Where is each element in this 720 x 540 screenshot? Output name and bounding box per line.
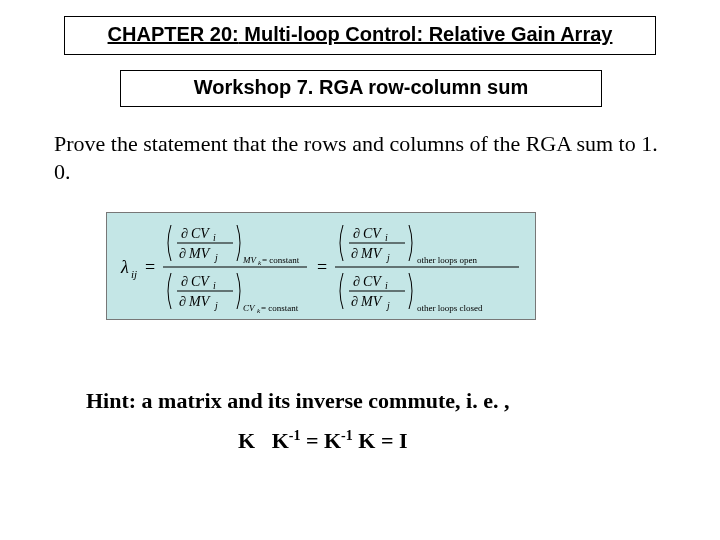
hint-formula: K K-1 = K-1 K = I <box>238 428 408 454</box>
cv3a: CV <box>363 226 382 241</box>
sub-open: other loops open <box>417 255 477 265</box>
i3a: i <box>385 232 388 243</box>
eqn-eq1: = <box>145 257 155 277</box>
eqn-eq2: = <box>317 257 327 277</box>
i1a: i <box>213 232 216 243</box>
hint-text: Hint: a matrix and its inverse commute, … <box>86 388 509 414</box>
equation-box: λ ij = ∂ CV i ∂ MV j MV k = constant ∂ C… <box>106 212 536 320</box>
mv3b: MV <box>360 246 383 261</box>
problem-statement: Prove the statement that the rows and co… <box>54 130 666 185</box>
i2a: i <box>213 280 216 291</box>
sub-closed: other loops closed <box>417 303 483 313</box>
d3b: ∂ <box>351 246 358 261</box>
sub-cveq2a: = constant <box>261 303 299 313</box>
f-eq2: = I <box>381 428 408 453</box>
lparen-bot-right <box>340 273 343 309</box>
eqn-lambda: λ <box>120 257 129 277</box>
lparen-top-right <box>340 225 343 261</box>
rparen-top-left <box>237 225 240 261</box>
sub-cv2a: CV <box>243 303 256 313</box>
j3b: j <box>385 252 390 263</box>
d1a: ∂ <box>181 226 188 241</box>
f-exp2: -1 <box>341 428 353 443</box>
j2b: j <box>213 300 218 311</box>
f-k1: K <box>238 428 255 453</box>
cv1a: CV <box>191 226 210 241</box>
sub-mv1a: MV <box>242 255 257 265</box>
mv2b: MV <box>188 294 211 309</box>
d2b: ∂ <box>179 294 186 309</box>
cv4a: CV <box>363 274 382 289</box>
f-k3: K <box>324 428 341 453</box>
chapter-number: CHAPTER 20: <box>108 23 239 45</box>
d1b: ∂ <box>179 246 186 261</box>
rparen-top-right <box>409 225 412 261</box>
workshop-title: Workshop 7. RGA row-column sum <box>194 76 528 98</box>
mv1b: MV <box>188 246 211 261</box>
sub-mveq1a: = constant <box>262 255 300 265</box>
d2a: ∂ <box>181 274 188 289</box>
j1b: j <box>213 252 218 263</box>
chapter-name: Multi-loop Control: Relative Gain Array <box>239 23 613 45</box>
d4b: ∂ <box>351 294 358 309</box>
i4a: i <box>385 280 388 291</box>
eqn-ij: ij <box>131 268 137 280</box>
chapter-title-box: CHAPTER 20: Multi-loop Control: Relative… <box>64 16 656 55</box>
rparen-bot-right <box>409 273 412 309</box>
cv2a: CV <box>191 274 210 289</box>
mv4b: MV <box>360 294 383 309</box>
lparen-top-left <box>168 225 171 261</box>
f-k4: K <box>358 428 375 453</box>
workshop-title-box: Workshop 7. RGA row-column sum <box>120 70 602 107</box>
d4a: ∂ <box>353 274 360 289</box>
d3a: ∂ <box>353 226 360 241</box>
f-k2: K <box>272 428 289 453</box>
lparen-bot-left <box>168 273 171 309</box>
f-eq1: = <box>306 428 324 453</box>
equation-svg: λ ij = ∂ CV i ∂ MV j MV k = constant ∂ C… <box>107 213 537 321</box>
rparen-bot-left <box>237 273 240 309</box>
j4b: j <box>385 300 390 311</box>
f-exp1: -1 <box>289 428 301 443</box>
